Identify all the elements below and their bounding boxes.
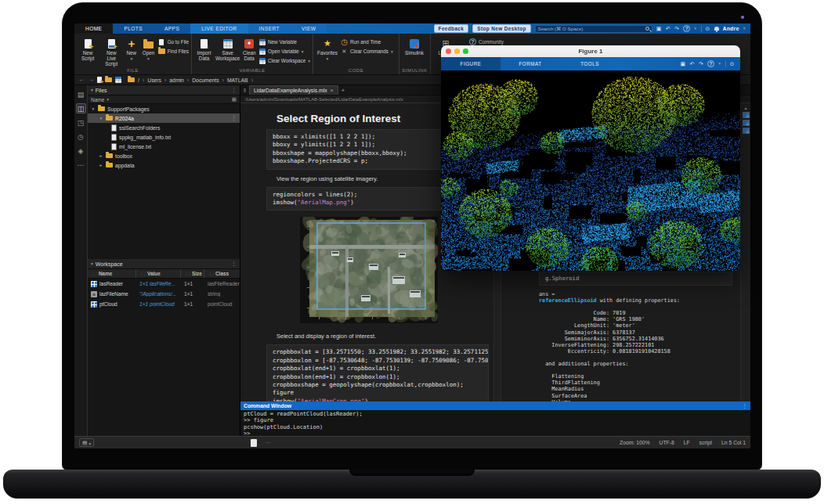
- forward-icon[interactable]: →: [88, 77, 94, 83]
- history-panel-icon[interactable]: ◷: [76, 131, 86, 142]
- search-box[interactable]: [535, 25, 652, 33]
- panel-toggle-button[interactable]: ▤▴: [79, 438, 94, 447]
- document-tab[interactable]: LidarDataExampleAnalysis.mlx ×: [249, 85, 338, 95]
- figure-dock-icon[interactable]: ⊙: [730, 61, 735, 67]
- reference-ellipsoid-link[interactable]: referenceEllipsoid: [539, 297, 597, 304]
- new-script-button[interactable]: + New Script: [77, 35, 99, 61]
- tree-item-toolbox[interactable]: ▸ toolbox: [88, 151, 240, 160]
- tree-item-ssisearchfolders[interactable]: ssiSearchFolders: [88, 123, 240, 132]
- open-button[interactable]: Open ▾: [140, 35, 157, 62]
- community-icon[interactable]: ⊙: [706, 26, 710, 31]
- search-input[interactable]: [538, 26, 645, 31]
- import-data-icon: ↓: [201, 39, 208, 49]
- figure-tab-figure[interactable]: FIGURE: [441, 57, 501, 70]
- output-thumbnail[interactable]: [743, 128, 750, 134]
- undo-icon[interactable]: ↶: [666, 26, 670, 31]
- clear-workspace-button[interactable]: Clear Workspace▾: [258, 57, 310, 64]
- workspace-row-ptcloud[interactable]: ptCloud 1×1 pointCloud 1×1 pointCloud: [88, 299, 240, 309]
- tree-item-sppkg-info[interactable]: sppkg_matlab_info.txt: [88, 132, 240, 142]
- files-menu-icon[interactable]: ⋮: [231, 87, 237, 93]
- packages-panel-icon[interactable]: ◈: [76, 146, 86, 156]
- output-thumbnail[interactable]: [743, 112, 750, 118]
- tab-insert[interactable]: INSERT: [248, 23, 291, 34]
- command-window[interactable]: ptCloud = readPointCloud(lasReader); >> …: [240, 410, 750, 436]
- tree-item-ml-license[interactable]: ml_license.txt: [88, 142, 240, 151]
- figure-redo-icon[interactable]: ↷: [699, 61, 703, 67]
- clear-commands-button[interactable]: ✕ Clear Commands▾: [341, 48, 393, 55]
- save-icon[interactable]: ▣: [656, 26, 662, 31]
- tab-plots[interactable]: PLOTS: [113, 23, 154, 34]
- feedback-button[interactable]: Feedback: [434, 24, 469, 33]
- apps-panel-icon[interactable]: ◳: [76, 117, 86, 128]
- tab-live-editor[interactable]: LIVE EDITOR: [190, 23, 248, 34]
- code-block-spheroid[interactable]: 14 g.Spheroid: [539, 272, 732, 286]
- user-menu[interactable]: Andre: [723, 26, 739, 31]
- files-panel-icon[interactable]: ▤: [76, 89, 86, 99]
- notifications-bell-icon[interactable]: [714, 27, 719, 31]
- quick-save-icon[interactable]: [115, 77, 121, 83]
- breadcrumb-users[interactable]: Users: [147, 77, 161, 83]
- figure-tab-tools[interactable]: TOOLS: [560, 57, 620, 70]
- help-caret-icon[interactable]: ▾: [694, 27, 696, 31]
- text-paragraph[interactable]: Select and display a region of interest.: [276, 333, 487, 340]
- more-panels-icon[interactable]: ⋯: [76, 160, 86, 170]
- help-icon[interactable]: ?: [683, 25, 690, 32]
- figure-help-caret-icon[interactable]: ▾: [718, 62, 721, 67]
- files-column-header[interactable]: Name ▾ ▦: [88, 95, 240, 104]
- figure-save-icon[interactable]: ▣: [680, 61, 685, 67]
- breadcrumb-documents[interactable]: Documents: [192, 77, 219, 83]
- figure-undo-icon[interactable]: ↶: [690, 61, 695, 67]
- files-sort-icon[interactable]: ▦: [232, 96, 237, 103]
- new-tab-icon[interactable]: +: [342, 87, 345, 94]
- tab-home[interactable]: HOME: [74, 23, 113, 34]
- workspace-panel-icon[interactable]: ◫: [76, 103, 86, 113]
- files-panel-header[interactable]: ▾ Files ⋮: [88, 85, 240, 95]
- tree-item-supportpackages[interactable]: ▾ SupportPackages: [88, 104, 240, 113]
- right-scrollbar[interactable]: ▴: [740, 103, 750, 401]
- workspace-panel-header[interactable]: ▾ Workspace ⋮: [88, 259, 240, 269]
- back-icon[interactable]: ←: [78, 77, 85, 83]
- figure-tab-format[interactable]: FORMAT: [501, 57, 560, 70]
- figure-help-icon[interactable]: ?: [707, 60, 714, 67]
- new-button[interactable]: + New ▾: [124, 35, 139, 62]
- workspace-column-headers[interactable]: ⋮⋮Name ⋮⋮Value ⋮⋮Size ⋮⋮Class: [88, 269, 240, 279]
- output-thumbnail[interactable]: [743, 120, 750, 126]
- command-window-menu-icon[interactable]: ⋮: [742, 403, 747, 409]
- tree-item-appdata[interactable]: ▸ appdata: [88, 160, 240, 170]
- point-cloud-plot[interactable]: [441, 70, 740, 271]
- find-files-button[interactable]: Find Files: [158, 48, 189, 55]
- figure-title-bar[interactable]: Figure 1: [441, 45, 740, 57]
- new-variable-button[interactable]: New Variable: [258, 38, 310, 45]
- tab-apps[interactable]: APPS: [154, 23, 190, 34]
- close-tab-icon[interactable]: ×: [331, 88, 334, 93]
- command-window-text[interactable]: ptCloud = readPointCloud(lasReader); >> …: [244, 411, 750, 437]
- user-caret-icon[interactable]: ▾: [743, 27, 746, 31]
- workspace-menu-icon[interactable]: ⋮: [231, 261, 237, 267]
- row-menu-icon[interactable]: ⋮: [231, 115, 240, 121]
- go-to-file-button[interactable]: Go to File: [158, 38, 189, 45]
- favorites-button[interactable]: ★ Favorites ▾: [316, 35, 339, 62]
- run-and-time-button[interactable]: ◷ Run and Time: [341, 38, 393, 45]
- clean-data-button[interactable]: ✦ Clean Data: [241, 35, 257, 61]
- quick-new-script-icon[interactable]: +: [97, 77, 102, 83]
- open-variable-button[interactable]: Open Variable▾: [258, 48, 310, 55]
- workspace-row-lasreader[interactable]: lasReader 1×1 lasFileRe... 1×1 lasFileRe…: [88, 279, 240, 289]
- pin-editor-icon[interactable]: ‖: [244, 88, 246, 93]
- tree-item-r2024a[interactable]: ▾ R2024a ⋮: [88, 113, 240, 123]
- workspace-row-lazfilename[interactable]: alazFileName "/Applications/... 1×1 stri…: [88, 289, 240, 299]
- stop-new-desktop-button[interactable]: Stop New Desktop: [472, 24, 531, 33]
- simulink-button[interactable]: Simulink: [402, 35, 427, 56]
- save-workspace-button[interactable]: Save Workspace: [215, 35, 240, 61]
- import-data-button[interactable]: ↓ Import Data: [194, 35, 214, 61]
- redo-icon[interactable]: ↷: [674, 26, 679, 31]
- breadcrumb-admin[interactable]: admin: [169, 77, 184, 83]
- breadcrumb-matlab[interactable]: MATLAB: [227, 77, 248, 83]
- scroll-up-icon[interactable]: ▴: [744, 105, 746, 110]
- new-live-script-button[interactable]: + New Live Script: [100, 35, 122, 67]
- command-window-header[interactable]: Command Window ⋮: [240, 401, 750, 410]
- breadcrumb-root[interactable]: /: [138, 77, 139, 83]
- help-button[interactable]: ? Community: [469, 38, 504, 45]
- tab-view[interactable]: VIEW: [291, 23, 327, 34]
- code-block-3[interactable]: 25cropbboxlat = [33.2571550; 33.2551982;…: [266, 344, 489, 401]
- quick-open-icon[interactable]: [105, 77, 112, 83]
